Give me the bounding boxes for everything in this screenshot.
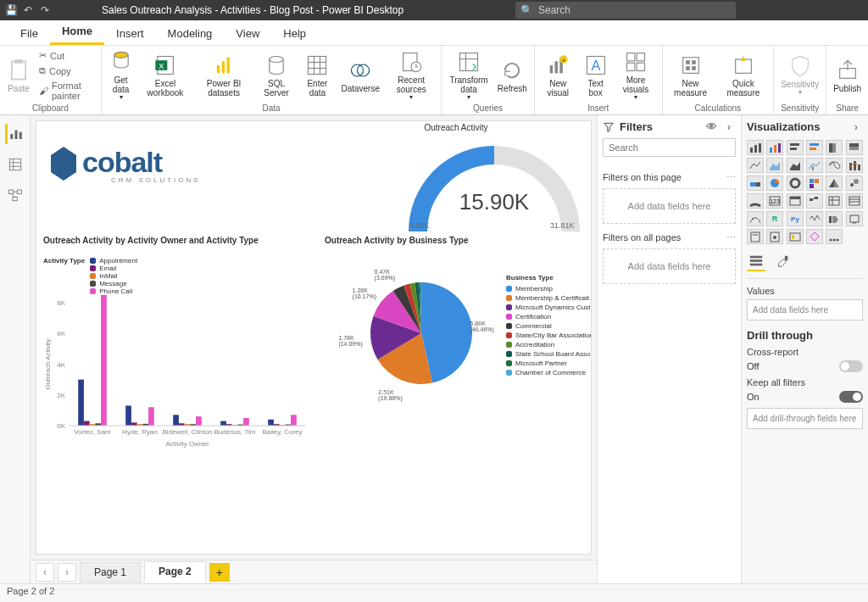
viz-type-1[interactable] <box>766 140 783 155</box>
svg-rect-108 <box>854 161 856 170</box>
cut-button[interactable]: ✂Cut <box>36 48 97 63</box>
viz-type-32[interactable] <box>787 229 804 244</box>
next-page-button[interactable]: › <box>58 563 76 582</box>
svg-line-51 <box>11 194 14 198</box>
viz-type-15[interactable] <box>806 176 823 191</box>
get-data-button[interactable]: Get data▾ <box>105 48 137 103</box>
format-tab-icon[interactable] <box>774 253 793 271</box>
viz-type-0[interactable] <box>747 140 764 155</box>
viz-type-19[interactable]: 123 <box>766 193 783 209</box>
viz-type-30[interactable] <box>747 229 764 244</box>
filter-search-input[interactable] <box>603 138 736 157</box>
viz-type-29[interactable] <box>846 211 863 226</box>
page-tab-2[interactable]: Page 2 <box>144 561 206 582</box>
model-view-button[interactable] <box>5 185 25 205</box>
measure-icon <box>679 53 703 77</box>
dataverse-button[interactable]: Dataverse <box>337 57 383 95</box>
tab-insert[interactable]: Insert <box>104 22 156 45</box>
viz-type-4[interactable] <box>826 140 843 155</box>
data-view-button[interactable] <box>5 154 25 175</box>
viz-type-20[interactable] <box>787 193 804 209</box>
svg-text:2K: 2K <box>57 392 65 399</box>
sql-button[interactable]: SQL Server <box>256 52 298 99</box>
viz-type-2[interactable] <box>787 140 804 155</box>
viz-type-11[interactable] <box>846 158 863 173</box>
tab-modeling[interactable]: Modeling <box>156 22 225 45</box>
viz-type-27[interactable] <box>806 211 823 226</box>
viz-type-9[interactable] <box>806 158 823 173</box>
viz-type-22[interactable] <box>826 193 843 209</box>
viz-type-33[interactable] <box>806 229 823 244</box>
viz-type-12[interactable] <box>747 176 764 191</box>
gauge-min: 0.00K <box>409 221 430 230</box>
tab-file[interactable]: File <box>8 22 50 45</box>
publish-button[interactable]: Publish <box>830 57 865 95</box>
viz-type-24[interactable] <box>747 211 764 226</box>
viz-type-10[interactable] <box>826 158 843 173</box>
prev-page-button[interactable]: ‹ <box>36 563 54 582</box>
new-measure-button[interactable]: New measure <box>666 52 715 99</box>
cross-report-toggle[interactable] <box>839 360 863 372</box>
svg-rect-6 <box>217 65 220 73</box>
pie-legend-item: Chamber of Commerce <box>506 369 592 376</box>
viz-type-21[interactable] <box>806 193 823 209</box>
values-drop[interactable]: Add data fields here <box>747 299 863 321</box>
pbi-datasets-button[interactable]: Power BI datasets <box>193 52 253 99</box>
refresh-button[interactable]: Refresh <box>494 57 531 95</box>
viz-type-26[interactable]: Py <box>787 211 804 226</box>
viz-type-18[interactable] <box>747 193 764 209</box>
sensitivity-button[interactable]: Sensitivity▾ <box>777 53 822 98</box>
svg-rect-122 <box>790 197 800 199</box>
quick-measure-button[interactable]: Quick measure <box>717 52 771 99</box>
collapse-filters-button[interactable]: › <box>722 120 736 133</box>
viz-type-5[interactable] <box>846 140 863 155</box>
viz-type-17[interactable] <box>846 176 863 191</box>
viz-type-13[interactable] <box>766 176 783 191</box>
save-icon[interactable]: 💾 <box>5 4 17 16</box>
more-icon[interactable]: ⋯ <box>726 172 736 183</box>
add-page-button[interactable]: + <box>209 563 230 582</box>
transform-button[interactable]: Transform data▾ <box>445 48 492 103</box>
fields-tab-icon[interactable] <box>747 253 765 271</box>
pie-chart[interactable]: 5.86K(46.46%)2.51K(19.88%)1.78K(14.09%)1… <box>325 257 592 426</box>
drill-fields-drop[interactable]: Add drill-through fields here <box>747 408 863 429</box>
svg-rect-111 <box>750 182 756 187</box>
new-visual-button[interactable]: +New visual <box>538 52 578 99</box>
global-search[interactable]: 🔍 Search <box>515 2 736 19</box>
viz-type-3[interactable] <box>806 140 823 155</box>
text-box-button[interactable]: AText box <box>580 52 612 99</box>
eye-icon[interactable]: 👁 <box>706 120 717 133</box>
viz-type-31[interactable] <box>766 229 783 244</box>
page-tab-1[interactable]: Page 1 <box>80 562 141 582</box>
excel-button[interactable]: XExcel workbook <box>139 52 192 99</box>
enter-data-button[interactable]: Enter data <box>298 52 336 99</box>
tab-view[interactable]: View <box>224 22 271 45</box>
tab-home[interactable]: Home <box>50 20 104 45</box>
format-painter-button[interactable]: 🖌Format painter <box>36 79 97 103</box>
recent-sources-button[interactable]: Recent sources▾ <box>385 48 437 103</box>
viz-type-34[interactable] <box>826 229 843 244</box>
all-filter-drop[interactable]: Add data fields here <box>603 248 736 284</box>
tab-help[interactable]: Help <box>271 22 318 45</box>
page-filter-drop[interactable]: Add data fields here <box>603 188 736 224</box>
bar-chart[interactable]: Activity Type Appointment Email InMail M… <box>43 257 314 426</box>
copy-button[interactable]: ⧉Copy <box>36 64 97 78</box>
keep-filters-toggle[interactable] <box>839 391 863 403</box>
svg-point-144 <box>833 239 836 242</box>
viz-type-16[interactable] <box>826 176 843 191</box>
redo-icon[interactable]: ↷ <box>39 4 51 16</box>
viz-type-28[interactable] <box>826 211 843 226</box>
collapse-viz-button[interactable]: › <box>849 120 863 133</box>
more-icon[interactable]: ⋯ <box>726 232 736 243</box>
viz-type-14[interactable] <box>787 176 804 191</box>
viz-type-6[interactable] <box>747 158 764 173</box>
viz-type-25[interactable]: R <box>766 211 783 226</box>
report-canvas[interactable]: cobalt CRM SOLUTIONS Outreach Activity 1… <box>36 120 592 555</box>
undo-icon[interactable]: ↶ <box>22 4 34 16</box>
paste-button[interactable]: Paste <box>3 57 34 95</box>
viz-type-8[interactable] <box>787 158 804 173</box>
viz-type-7[interactable] <box>766 158 783 173</box>
viz-type-23[interactable] <box>846 193 863 209</box>
more-visuals-button[interactable]: More visuals▾ <box>614 48 659 103</box>
report-view-button[interactable] <box>5 124 25 144</box>
